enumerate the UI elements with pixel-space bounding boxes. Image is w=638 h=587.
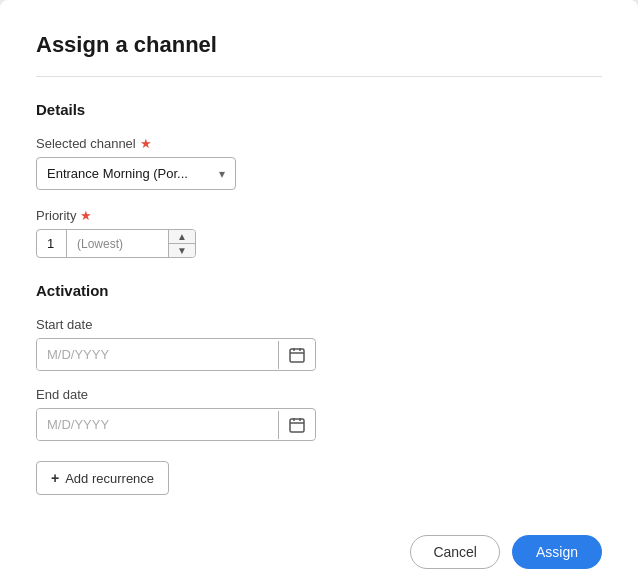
start-date-input[interactable] — [37, 339, 278, 370]
channel-field: Selected channel ★ Entrance Morning (Por… — [36, 136, 602, 208]
modal-title: Assign a channel — [36, 32, 602, 58]
calendar-icon — [289, 417, 305, 433]
end-date-input-wrapper — [36, 408, 316, 441]
divider — [36, 76, 602, 77]
priority-stepper: 1 (Lowest) ▲ ▼ — [36, 229, 196, 258]
start-date-calendar-button[interactable] — [278, 341, 315, 369]
start-date-field: Start date — [36, 317, 602, 371]
cancel-button[interactable]: Cancel — [410, 535, 500, 569]
end-date-label: End date — [36, 387, 602, 402]
channel-required-star: ★ — [140, 136, 152, 151]
add-recurrence-button[interactable]: + Add recurrence — [36, 461, 169, 495]
priority-up-button[interactable]: ▲ — [169, 230, 195, 244]
priority-field: Priority ★ 1 (Lowest) ▲ ▼ — [36, 208, 602, 258]
channel-select-wrapper[interactable]: Entrance Morning (Por... ▾ — [36, 157, 236, 190]
details-section-title: Details — [36, 101, 602, 118]
plus-icon: + — [51, 470, 59, 486]
priority-down-button[interactable]: ▼ — [169, 244, 195, 257]
priority-hint: (Lowest) — [67, 230, 168, 257]
priority-required-star: ★ — [80, 208, 92, 223]
end-date-calendar-button[interactable] — [278, 411, 315, 439]
priority-value: 1 — [37, 230, 67, 257]
activation-section: Activation Start date End date — [36, 282, 602, 495]
priority-arrows: ▲ ▼ — [168, 230, 195, 257]
svg-rect-4 — [290, 419, 304, 432]
svg-rect-0 — [290, 349, 304, 362]
details-section: Details Selected channel ★ Entrance Morn… — [36, 101, 602, 282]
calendar-icon — [289, 347, 305, 363]
assign-channel-modal: Assign a channel Details Selected channe… — [0, 0, 638, 587]
start-date-label: Start date — [36, 317, 602, 332]
assign-button[interactable]: Assign — [512, 535, 602, 569]
start-date-input-wrapper — [36, 338, 316, 371]
modal-footer: Cancel Assign — [36, 515, 602, 569]
channel-field-label: Selected channel ★ — [36, 136, 602, 151]
activation-section-title: Activation — [36, 282, 602, 299]
channel-select[interactable]: Entrance Morning (Por... — [37, 158, 235, 189]
add-recurrence-label: Add recurrence — [65, 471, 154, 486]
end-date-field: End date — [36, 387, 602, 441]
end-date-input[interactable] — [37, 409, 278, 440]
priority-field-label: Priority ★ — [36, 208, 602, 223]
